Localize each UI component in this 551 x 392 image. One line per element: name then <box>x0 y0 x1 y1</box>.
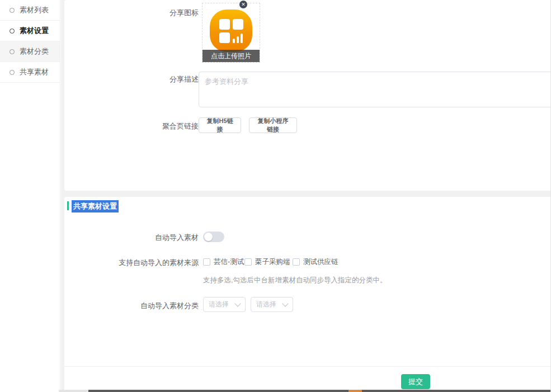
close-icon[interactable]: ✕ <box>239 1 247 8</box>
sidebar-item-label: 素材列表 <box>20 5 49 15</box>
sidebar-item-material-category[interactable]: 素材分类 <box>0 41 60 62</box>
select-placeholder: 请选择 <box>204 300 236 309</box>
category-select-1[interactable]: 请选择 <box>203 297 246 312</box>
circle-bullet-icon <box>10 29 15 34</box>
sidebar-item-label: 共享素材 <box>20 67 49 77</box>
category-select-2[interactable]: 请选择 <box>251 297 293 312</box>
icon-bar <box>241 34 243 43</box>
scrollbar-orange-segment <box>349 390 362 392</box>
sidebar-item-material-settings[interactable]: 素材设置 <box>0 21 60 41</box>
icon-bar <box>233 39 235 43</box>
source-hint-text: 支持多选,勾选后中台新增素材自动同步导入指定的分类中。 <box>203 276 387 285</box>
icon-square <box>219 32 230 43</box>
submit-button[interactable]: 提交 <box>401 374 430 389</box>
upload-overlay-label: 点击上传照片 <box>202 50 260 62</box>
sidebar-item-material-list[interactable]: 素材列表 <box>0 0 60 21</box>
page: 素材列表 素材设置 素材分类 共享素材 分享图标 点击上传照片 ✕ 分享描述 <box>0 0 551 392</box>
checkbox-icon <box>244 258 252 266</box>
section-accent-bar <box>67 201 69 210</box>
checkbox-label: 芸信-测试 <box>214 257 244 267</box>
checkbox-source-lizi-procurement[interactable]: 栗子采购端 <box>244 257 290 267</box>
circle-bullet-icon <box>10 8 15 13</box>
auto-import-toggle[interactable] <box>203 232 224 242</box>
import-source-label: 支持自动导入的素材来源 <box>64 258 199 268</box>
select-placeholder: 请选择 <box>251 300 283 309</box>
copy-h5-link-button[interactable]: 复制H5链接 <box>199 117 241 133</box>
icon-bar <box>237 36 239 43</box>
sidebar-item-label: 素材分类 <box>20 46 49 56</box>
auto-import-label: 自动导入素材 <box>64 233 199 243</box>
toggle-knob <box>204 233 213 241</box>
icon-square <box>233 19 243 30</box>
shared-material-settings-card <box>64 197 551 392</box>
checkbox-icon <box>293 258 300 266</box>
checkbox-label: 测试供应链 <box>303 257 338 267</box>
checkbox-source-yunxin-test[interactable]: 芸信-测试 <box>203 257 244 267</box>
sidebar-item-shared-material[interactable]: 共享素材 <box>0 62 60 83</box>
circle-bullet-icon <box>10 49 15 54</box>
checkbox-label: 栗子采购端 <box>255 257 290 267</box>
chevron-down-icon <box>282 300 288 306</box>
sidebar: 素材列表 素材设置 素材分类 共享素材 <box>0 0 60 392</box>
checkbox-source-test-supply-chain[interactable]: 测试供应链 <box>293 257 338 267</box>
share-icon-upload-box[interactable]: 点击上传照片 <box>202 3 260 63</box>
import-category-label: 自动导入素材分类 <box>64 301 199 311</box>
footer-divider <box>64 366 551 367</box>
agg-link-label: 聚合页链接 <box>64 121 199 131</box>
sidebar-item-label: 素材设置 <box>20 26 49 36</box>
share-icon-label: 分享图标 <box>64 8 199 18</box>
share-desc-label: 分享描述 <box>64 74 199 84</box>
icon-square <box>219 19 230 30</box>
section-title: 共享素材设置 <box>72 200 119 212</box>
chevron-down-icon <box>234 300 241 306</box>
share-desc-textarea[interactable] <box>199 72 551 107</box>
circle-bullet-icon <box>10 70 15 75</box>
checkbox-icon <box>203 258 210 266</box>
upload-preview-icon <box>210 10 252 52</box>
horizontal-scrollbar-thumb[interactable] <box>88 390 551 392</box>
copy-miniprogram-link-button[interactable]: 复制小程序链接 <box>249 117 297 133</box>
